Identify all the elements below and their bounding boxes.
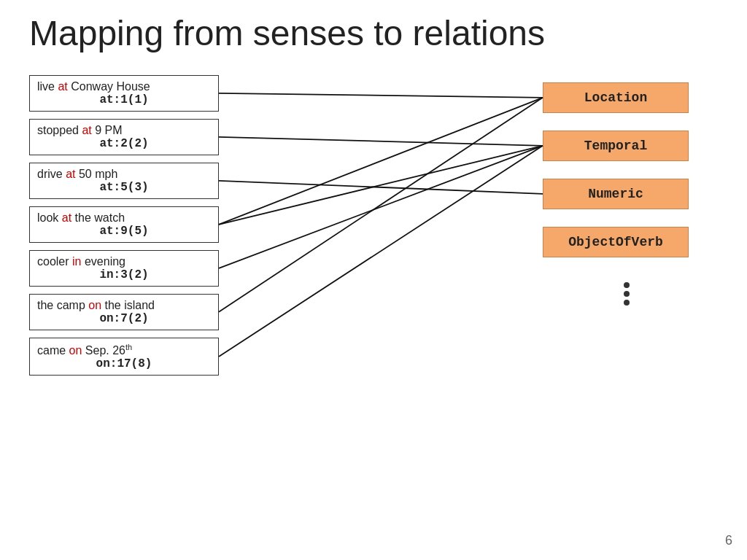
sense-box-4: look at the watch at:9(5) bbox=[29, 206, 219, 243]
sense-box-1: live at Conway House at:1(1) bbox=[29, 75, 219, 112]
slide: Mapping from senses to relations live at… bbox=[0, 0, 747, 560]
relation-box-temporal: Temporal bbox=[543, 131, 689, 161]
sense-box-5: cooler in evening in:3(2) bbox=[29, 250, 219, 287]
slide-title: Mapping from senses to relations bbox=[29, 15, 718, 53]
content-area: live at Conway House at:1(1) stopped at … bbox=[29, 75, 718, 376]
sense-box-3: drive at 50 mph at:5(3) bbox=[29, 163, 219, 199]
dots-indicator bbox=[550, 282, 703, 306]
slide-number: 6 bbox=[725, 533, 732, 548]
relation-box-numeric: Numeric bbox=[543, 179, 689, 209]
relation-box-objectofverb: ObjectOfVerb bbox=[543, 227, 689, 257]
sense-box-2: stopped at 9 PM at:2(2) bbox=[29, 119, 219, 155]
relation-box-location: Location bbox=[543, 82, 689, 113]
right-column: Location Temporal Numeric ObjectOfVerb bbox=[543, 82, 703, 306]
sense-box-6: the camp on the island on:7(2) bbox=[29, 294, 219, 330]
left-column: live at Conway House at:1(1) stopped at … bbox=[29, 75, 219, 376]
sense-box-7: came on Sep. 26th on:17(8) bbox=[29, 338, 219, 376]
